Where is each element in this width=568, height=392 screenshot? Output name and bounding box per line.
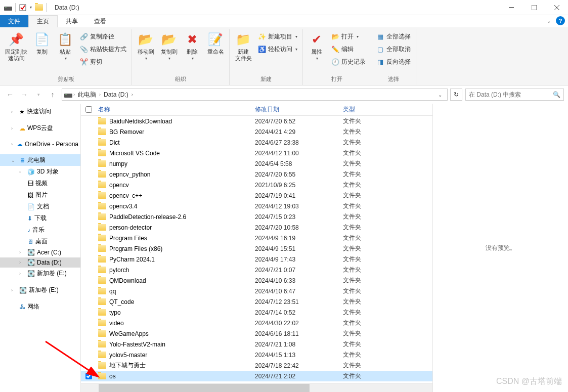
nav-3d[interactable]: ›🧊3D 对象 xyxy=(0,166,80,178)
svg-rect-5 xyxy=(64,94,72,98)
move-to-button[interactable]: 📂移动到▾ xyxy=(135,30,156,62)
file-row[interactable]: qq2024/4/10 6:47文件夹 xyxy=(81,286,432,296)
nav-video[interactable]: 🎞视频 xyxy=(0,178,80,189)
chevron-right-icon[interactable]: › xyxy=(73,92,75,97)
pin-button[interactable]: 📌 固定到快 速访问 xyxy=(3,30,29,63)
file-row[interactable]: os2024/7/21 2:02文件夹 xyxy=(81,371,432,381)
folder-icon xyxy=(98,224,106,231)
nav-this-pc[interactable]: ⌄🖥此电脑 xyxy=(0,154,80,166)
nav-onedrive[interactable]: ›☁OneDrive - Persona xyxy=(0,139,80,149)
nav-music[interactable]: ♪音乐 xyxy=(0,224,80,236)
close-button[interactable] xyxy=(545,0,568,15)
forward-button[interactable]: → xyxy=(18,89,30,101)
up-button[interactable]: ↑ xyxy=(47,89,59,101)
tab-share[interactable]: 共享 xyxy=(58,15,86,27)
folder-icon xyxy=(98,213,106,220)
file-row[interactable]: Dict2024/6/27 23:38文件夹 xyxy=(81,137,432,148)
nav-acer-c[interactable]: ›💽Acer (C:) xyxy=(0,247,80,257)
breadcrumb-pc[interactable]: 此电脑 xyxy=(76,91,98,99)
search-input[interactable] xyxy=(469,91,553,98)
select-all-button[interactable]: ▦全部选择 xyxy=(374,31,413,42)
qat-dropdown[interactable]: ▾ xyxy=(30,5,32,10)
file-name: opencv3.4 xyxy=(109,203,137,210)
file-row[interactable]: Program Files (x86)2024/4/9 15:51文件夹 xyxy=(81,243,432,254)
new-folder-button[interactable]: 📁新建 文件夹 xyxy=(233,30,254,63)
nav-downloads[interactable]: ⬇下载 xyxy=(0,212,80,224)
chevron-right-icon[interactable]: › xyxy=(132,92,133,97)
properties-button[interactable]: ✔属性▾ xyxy=(306,30,327,62)
file-row[interactable]: video2024/4/30 22:02文件夹 xyxy=(81,318,432,328)
nav-documents[interactable]: 📄文档 xyxy=(0,201,80,212)
copy-button[interactable]: 📄 复制 xyxy=(31,30,53,56)
edit-button[interactable]: ✏️编辑 xyxy=(329,44,368,55)
file-row[interactable]: PaddleDetection-release-2.62024/7/15 0:2… xyxy=(81,211,432,222)
search-icon[interactable]: 🔍 xyxy=(553,91,560,98)
paste-button[interactable]: 📋 粘贴 ▾ xyxy=(55,30,76,62)
tab-file[interactable]: 文件 xyxy=(0,15,28,27)
file-row[interactable]: WeGameApps2024/6/16 18:11文件夹 xyxy=(81,328,432,339)
file-row[interactable]: Microsoft VS Code2024/4/12 11:00文件夹 xyxy=(81,148,432,158)
collapse-ribbon-icon[interactable]: ⌄ xyxy=(547,18,551,24)
file-row[interactable]: BG Remover2024/4/21 4:29文件夹 xyxy=(81,126,432,137)
file-row[interactable]: Program Files2024/4/9 16:19文件夹 xyxy=(81,233,432,243)
search-box[interactable]: 🔍 xyxy=(465,89,564,101)
navigation-pane[interactable]: ›★快速访问 ›☁WPS云盘 ›☁OneDrive - Persona ⌄🖥此电… xyxy=(0,104,81,392)
file-row[interactable]: opencv3.42024/4/12 19:03文件夹 xyxy=(81,201,432,211)
address-dropdown[interactable]: ⌄ xyxy=(435,92,445,98)
tab-view[interactable]: 查看 xyxy=(86,15,114,27)
file-row[interactable]: typo2024/7/14 0:52文件夹 xyxy=(81,307,432,318)
refresh-button[interactable]: ↻ xyxy=(450,89,462,101)
paste-shortcut-button[interactable]: 📎粘贴快捷方式 xyxy=(78,44,128,55)
select-none-button[interactable]: ▢全部取消 xyxy=(374,44,413,55)
cut-button[interactable]: ✂️剪切 xyxy=(78,57,128,67)
new-item-button[interactable]: ✨新建项目▾ xyxy=(256,31,299,42)
nav-desktop[interactable]: 🖥桌面 xyxy=(0,236,80,247)
history-button[interactable]: 🕘历史记录 xyxy=(329,57,368,67)
file-row[interactable]: Yolo-FastestV2-main2024/7/21 1:08文件夹 xyxy=(81,339,432,350)
column-name[interactable]: 名称 xyxy=(96,105,255,114)
file-row[interactable]: opencv2021/10/9 6:25文件夹 xyxy=(81,180,432,190)
nav-network[interactable]: 🖧网络 xyxy=(0,301,80,313)
horizontal-scrollbar[interactable] xyxy=(81,383,432,392)
nav-wps[interactable]: ›☁WPS云盘 xyxy=(0,122,80,134)
file-row[interactable]: pytorch2024/7/21 0:07文件夹 xyxy=(81,265,432,275)
file-row[interactable]: QMDownload2024/4/10 6:33文件夹 xyxy=(81,275,432,286)
checkbox-icon[interactable] xyxy=(19,4,27,12)
chevron-right-icon[interactable]: › xyxy=(99,92,101,97)
easy-access-button[interactable]: ♿轻松访问▾ xyxy=(256,44,299,55)
file-row[interactable]: person-detector2024/7/20 10:58文件夹 xyxy=(81,222,432,233)
rename-button[interactable]: 📝重命名 xyxy=(205,30,226,56)
nav-pictures[interactable]: 🖼图片 xyxy=(0,189,80,201)
delete-button[interactable]: ✖删除▾ xyxy=(182,30,203,62)
copy-to-button[interactable]: 📂复制到▾ xyxy=(158,30,180,62)
file-row[interactable]: PyCharm 2024.12024/4/9 17:43文件夹 xyxy=(81,254,432,265)
header-checkbox[interactable] xyxy=(81,106,96,113)
file-name: opencv_c++ xyxy=(109,192,142,199)
file-row[interactable]: 地下城与勇士2024/7/18 22:42文件夹 xyxy=(81,360,432,371)
recent-dropdown[interactable]: ▾ xyxy=(32,89,45,101)
copy-path-button[interactable]: 🔗复制路径 xyxy=(78,31,128,42)
nav-new-e[interactable]: ›💽新加卷 (E:) xyxy=(0,268,80,279)
maximize-button[interactable] xyxy=(522,0,545,15)
open-button[interactable]: 📂打开▾ xyxy=(329,31,368,42)
nav-quick-access[interactable]: ›★快速访问 xyxy=(0,106,80,117)
file-row[interactable]: oepncv_python2024/7/20 6:55文件夹 xyxy=(81,169,432,180)
nav-new-e2[interactable]: ›💽新加卷 (E:) xyxy=(0,284,80,296)
file-row[interactable]: opencv_c++2024/7/19 0:41文件夹 xyxy=(81,190,432,201)
row-checkbox[interactable] xyxy=(81,373,96,379)
file-list[interactable]: BaiduNetdiskDownload2024/7/20 6:52文件夹BG … xyxy=(81,116,432,383)
file-row[interactable]: BaiduNetdiskDownload2024/7/20 6:52文件夹 xyxy=(81,116,432,126)
back-button[interactable]: ← xyxy=(4,89,16,101)
minimize-button[interactable] xyxy=(500,0,522,15)
help-icon[interactable]: ? xyxy=(556,16,565,25)
column-type[interactable]: 类型 xyxy=(343,105,414,114)
breadcrumb-drive[interactable]: Data (D:) xyxy=(102,91,130,98)
file-row[interactable]: QT_code2024/7/12 23:51文件夹 xyxy=(81,296,432,307)
address-bar[interactable]: › 此电脑 › Data (D:) › ⌄ xyxy=(62,89,448,101)
tab-home[interactable]: 主页 xyxy=(28,15,58,27)
file-row[interactable]: numpy2024/5/4 5:58文件夹 xyxy=(81,158,432,169)
invert-selection-button[interactable]: ◨反向选择 xyxy=(374,57,413,67)
column-date[interactable]: 修改日期 xyxy=(255,105,343,114)
file-row[interactable]: yolov5-master2024/4/15 1:13文件夹 xyxy=(81,350,432,360)
nav-data-d[interactable]: ›💽Data (D:) xyxy=(0,257,80,268)
